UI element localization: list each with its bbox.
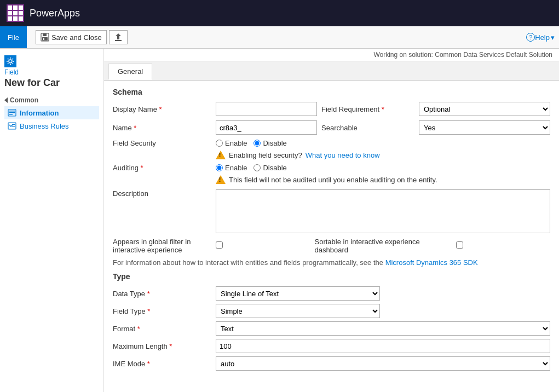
share-icon	[114, 33, 123, 42]
name-label: Name *	[113, 124, 211, 132]
sidebar: Field New for Car Common Information Bus…	[0, 49, 104, 392]
format-label: Format *	[113, 325, 211, 333]
entity-icon	[4, 55, 16, 67]
main-container: Field New for Car Common Information Bus…	[0, 49, 559, 392]
format-select[interactable]: Text Email URL Phone Ticker Symbol	[216, 321, 550, 336]
section-title: Common	[10, 96, 38, 104]
field-type-select[interactable]: Simple Calculated Rollup	[216, 304, 380, 318]
description-input[interactable]	[216, 189, 550, 233]
top-bar: PowerApps	[0, 0, 559, 26]
sdk-link[interactable]: Microsoft Dynamics 365 SDK	[385, 258, 478, 267]
auditing-warning-row: This field will not be audited until you…	[113, 175, 550, 184]
svg-rect-3	[43, 38, 44, 40]
auditing-radio-group: Enable Disable	[216, 164, 550, 172]
file-button[interactable]: File	[0, 26, 27, 48]
auditing-warning-icon	[216, 175, 226, 184]
auditing-disable-input[interactable]	[253, 164, 261, 171]
tab-bar: General	[104, 61, 559, 81]
share-button[interactable]	[109, 30, 128, 44]
sidebar-item-business-rules[interactable]: Business Rules	[4, 119, 99, 132]
rules-nav-icon	[8, 122, 16, 130]
data-type-label: Data Type *	[113, 290, 211, 298]
name-input[interactable]	[216, 120, 317, 135]
sdk-info-row: For information about how to interact wi…	[113, 258, 550, 267]
auditing-enable-input[interactable]	[216, 164, 223, 171]
auditing-enable-radio[interactable]: Enable	[216, 164, 247, 172]
type-grid: Data Type * Single Line of Text Whole Nu…	[113, 286, 550, 318]
info-nav-icon	[8, 108, 16, 117]
sidebar-item-information[interactable]: Information	[4, 106, 99, 119]
field-security-row: Field Security Enable Disable	[113, 139, 550, 147]
data-type-select[interactable]: Single Line of Text Whole Number Decimal…	[216, 286, 380, 301]
auditing-warning: This field will not be audited until you…	[216, 175, 550, 184]
field-security-radio-group: Enable Disable	[216, 139, 550, 147]
field-type-label: Field Type *	[113, 307, 211, 315]
global-filter-checkbox[interactable]	[216, 241, 223, 249]
display-name-row: Display Name * Field Requirement * Optio…	[113, 102, 550, 116]
svg-rect-11	[12, 124, 15, 125]
field-security-enable-radio[interactable]: Enable	[216, 139, 247, 147]
description-label: Description	[113, 189, 211, 198]
warning-triangle-icon	[216, 151, 226, 159]
max-length-row: Maximum Length *	[113, 339, 550, 353]
global-filter-label: Appears in global filter in interactive …	[113, 238, 211, 254]
help-link[interactable]: Help ▾	[535, 33, 555, 42]
searchable-label: Searchable	[321, 124, 414, 132]
field-security-warning: Enabling field security? What you need t…	[216, 151, 550, 159]
tab-general[interactable]: General	[108, 64, 152, 80]
info-nav-label: Information	[20, 109, 59, 117]
collapse-icon	[4, 97, 8, 103]
max-length-label: Maximum Length *	[113, 342, 211, 350]
display-name-label: Display Name *	[113, 105, 211, 113]
svg-rect-8	[9, 112, 15, 113]
section-header-common: Common	[4, 96, 99, 104]
auditing-row: Auditing * Enable Disable	[113, 164, 550, 172]
svg-rect-1	[43, 33, 47, 36]
max-length-input[interactable]	[216, 339, 550, 353]
svg-rect-9	[9, 114, 13, 115]
ime-mode-select[interactable]: auto active inactive disabled	[216, 356, 550, 371]
name-row: Name * Searchable Yes No	[113, 120, 550, 135]
svg-rect-4	[115, 40, 122, 41]
field-security-label: Field Security	[113, 139, 211, 147]
working-on-text: Working on solution: Common Data Service…	[104, 49, 559, 61]
entity-name: New for Car	[4, 77, 99, 89]
auditing-disable-radio[interactable]: Disable	[253, 164, 286, 172]
searchable-select[interactable]: Yes No	[419, 120, 550, 135]
save-button[interactable]: Save and Close	[36, 30, 107, 44]
ime-mode-row: IME Mode * auto active inactive disabled	[113, 356, 550, 371]
sortable-label: Sortable in interactive experience dashb…	[315, 238, 452, 254]
svg-rect-7	[9, 111, 15, 112]
format-row: Format * Text Email URL Phone Ticker Sym…	[113, 321, 550, 336]
display-name-input[interactable]	[216, 102, 317, 116]
help-icon: ?	[526, 33, 535, 42]
entity-type-label: Field	[4, 68, 99, 76]
save-icon	[41, 33, 49, 42]
ime-mode-label: IME Mode *	[113, 360, 211, 368]
type-title: Type	[113, 272, 550, 281]
settings-icon	[7, 57, 14, 65]
form-content: Schema Display Name * Field Requirement …	[104, 81, 559, 377]
field-requirement-label: Field Requirement *	[321, 105, 414, 113]
checkbox-row: Appears in global filter in interactive …	[113, 238, 550, 254]
field-security-disable-input[interactable]	[253, 140, 261, 147]
field-security-enable-input[interactable]	[216, 140, 223, 147]
waffle-button[interactable]	[7, 4, 24, 22]
app-title: PowerApps	[30, 8, 80, 19]
field-security-disable-radio[interactable]: Disable	[253, 139, 286, 147]
field-requirement-select[interactable]: Optional Business Recommended Business R…	[419, 102, 550, 116]
svg-rect-2	[42, 37, 48, 41]
description-area: Description	[113, 189, 550, 233]
field-security-warning-row: Enabling field security? What you need t…	[113, 151, 550, 159]
svg-point-5	[9, 60, 12, 63]
auditing-label: Auditing *	[113, 164, 211, 172]
content-area: Working on solution: Common Data Service…	[104, 49, 559, 392]
field-security-link[interactable]: What you need to know	[306, 151, 380, 159]
rules-nav-label: Business Rules	[20, 122, 69, 130]
waffle-grid	[8, 5, 23, 21]
schema-title: Schema	[113, 88, 550, 96]
save-close-label: Save and Close	[51, 33, 102, 42]
svg-rect-12	[12, 126, 15, 126]
sortable-checkbox[interactable]	[456, 241, 463, 249]
